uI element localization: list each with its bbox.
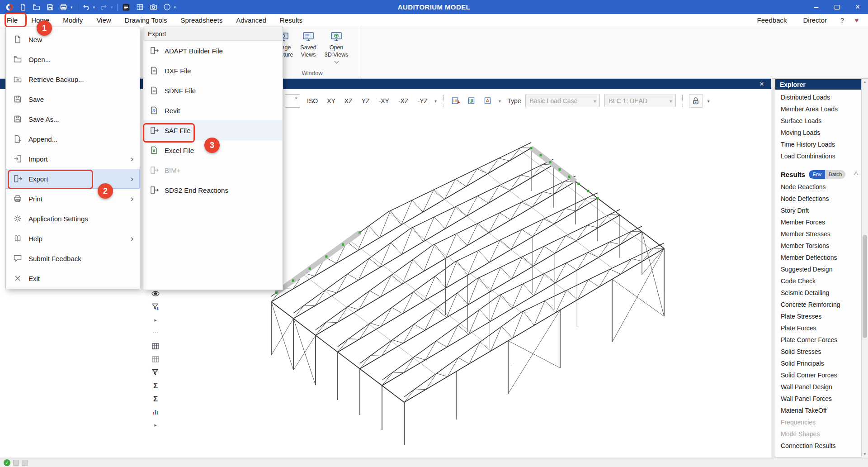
explorer-item-member-deflections[interactable]: Member Deflections [775,252,861,263]
explorer-item-concrete-reinforcing[interactable]: Concrete Reinforcing [775,299,861,310]
print-icon[interactable] [59,2,68,12]
lock-view-button[interactable] [689,94,703,108]
explorer-item-solid-stresses[interactable]: Solid Stresses [775,346,861,357]
file-menu-item-exit[interactable]: Exit [6,268,140,288]
sum-forces-icon[interactable]: Σ [150,393,161,404]
explorer-item-member-area-loads[interactable]: Member Area Loads [775,103,861,115]
env-toggle-button[interactable]: Env [809,170,825,179]
file-menu-item-open[interactable]: Open... [6,49,140,69]
file-menu-item-append[interactable]: Append... [6,129,140,149]
view-neg-xy-button[interactable]: -XY [377,95,392,106]
status-tile-2[interactable] [22,460,28,466]
export-item-dxf[interactable]: DXF File [143,61,283,81]
lock-caret-icon[interactable]: ▾ [707,99,709,104]
close-button[interactable]: × [847,0,868,14]
explorer-item-story-drift[interactable]: Story Drift [775,205,861,216]
file-menu-item-submit-feedback[interactable]: Submit Feedback [6,248,140,268]
explorer-item-plate-stresses[interactable]: Plate Stresses [775,310,861,322]
render-mode-icon[interactable] [450,95,462,107]
redo-icon[interactable] [99,2,108,12]
spreadsheet-view-icon[interactable] [150,341,161,352]
explorer-item-node-reactions[interactable]: Node Reactions [775,181,861,193]
explorer-item-solid-principals[interactable]: Solid Principals [775,357,861,369]
sum-results-icon[interactable]: Σ [150,380,161,391]
help-icon[interactable]: ? [836,16,848,24]
scroll-up-icon[interactable]: ▲ [863,79,867,86]
open-3d-views-caret-icon[interactable] [334,59,339,64]
explorer-item-moving-loads[interactable]: Moving Loads [775,127,861,138]
scroll-down-icon[interactable]: ▼ [863,451,867,457]
load-case-dropdown[interactable]: Basic Load Case ▾ [525,95,600,107]
selection-filter-icon[interactable] [150,301,161,312]
explorer-item-code-check[interactable]: Code Check [775,275,861,287]
strip-expand-icon-2[interactable]: ▸ [150,419,161,430]
explorer-item-load-combinations[interactable]: Load Combinations [775,150,861,162]
export-item-adapt-builder[interactable]: ADAPT Builder File [143,41,283,61]
qat-overflow-caret-icon[interactable]: ▾ [174,5,176,10]
view-xz-button[interactable]: XZ [342,95,355,106]
status-tile-1[interactable] [13,460,19,466]
file-menu-item-import[interactable]: Import › [6,149,140,169]
explorer-item-surface-loads[interactable]: Surface Loads [775,115,861,127]
menubar-item-drawing-tools[interactable]: Drawing Tools [118,14,174,26]
export-item-excel[interactable]: Excel File [143,140,283,160]
menubar-item-modify[interactable]: Modify [56,14,90,26]
explorer-item-plate-corner-forces[interactable]: Plate Corner Forces [775,334,861,346]
menubar-item-results[interactable]: Results [273,14,309,26]
file-menu-item-help[interactable]: Help › [6,229,140,248]
explorer-item-wall-panel-design[interactable]: Wall Panel Design [775,381,861,393]
file-menu-item-save-as[interactable]: Save As... [6,109,140,129]
file-menu-item-application-settings[interactable]: Application Settings [6,209,140,229]
solve-menu-icon[interactable] [122,2,131,12]
explorer-item-suggested-design[interactable]: Suggested Design [775,263,861,275]
scrollbar-track[interactable] [862,86,868,451]
camera-icon[interactable] [149,2,158,12]
export-item-sdnf[interactable]: SDNF File [143,81,283,100]
data-table-icon[interactable] [150,354,161,365]
menubar-item-spreadsheets[interactable]: Spreadsheets [174,14,230,26]
explorer-item-time-history-loads[interactable]: Time History Loads [775,138,861,150]
blc-dropdown[interactable]: BLC 1: DEAD ▾ [604,95,676,107]
explorer-item-connection-results[interactable]: Connection Results [775,440,861,452]
redo-caret-icon[interactable]: ▾ [111,5,113,10]
menubar-item-home[interactable]: Home [24,14,56,26]
batch-toggle-button[interactable]: Batch [825,170,845,179]
menubar-item-view[interactable]: View [90,14,118,26]
result-chart-icon[interactable] [150,406,161,417]
file-menu-item-export[interactable]: Export › [6,169,140,189]
minimize-button[interactable]: – [806,0,826,14]
view-neg-yz-button[interactable]: -YZ [415,95,430,106]
open-3d-views-button[interactable]: Open 3D Views [321,29,352,63]
rotation-angle-input[interactable]: ° [285,94,300,108]
undo-icon[interactable] [81,2,91,12]
menubar-item-director[interactable]: Director [796,16,834,24]
export-item-sds2[interactable]: SDS2 End Reactions [143,180,283,200]
export-item-revit[interactable]: Revit [143,100,283,120]
menubar-item-file[interactable]: File [0,14,24,26]
new-file-icon[interactable] [18,2,28,12]
app-logo-icon[interactable] [5,2,14,12]
explorer-item-node-deflections[interactable]: Node Deflections [775,193,861,205]
load-labels-icon[interactable] [482,95,494,107]
results-filter-icon[interactable] [150,367,161,378]
explorer-item-plate-forces[interactable]: Plate Forces [775,322,861,334]
loads-display-icon[interactable] [466,95,478,107]
maximize-button[interactable] [826,0,847,14]
saved-views-button[interactable]: Saved Views [296,29,321,63]
info-icon[interactable] [162,2,172,12]
vertical-scrollbar[interactable]: ▲ ▼ [862,79,868,457]
collapse-results-icon[interactable] [854,172,859,176]
view-iso-button[interactable]: ISO [305,95,320,106]
menubar-item-advanced[interactable]: Advanced [229,14,273,26]
explorer-item-material-takeoff[interactable]: Material TakeOff [775,405,861,416]
spreadsheet-icon[interactable] [135,2,145,12]
print-caret-icon[interactable]: ▾ [71,5,73,10]
view-neg-xz-button[interactable]: -XZ [396,95,411,106]
file-menu-item-print[interactable]: Print › [6,189,140,209]
heart-icon[interactable]: ♥ [851,16,863,24]
explorer-item-wall-panel-forces[interactable]: Wall Panel Forces [775,393,861,405]
save-icon[interactable] [45,2,55,12]
view-yz-button[interactable]: YZ [359,95,372,106]
explorer-item-member-forces[interactable]: Member Forces [775,216,861,228]
explorer-item-solid-corner-forces[interactable]: Solid Corner Forces [775,369,861,381]
